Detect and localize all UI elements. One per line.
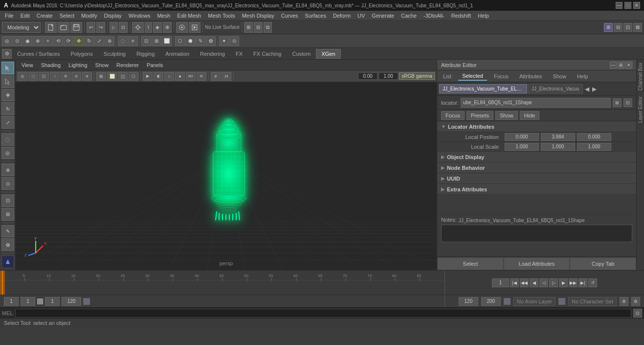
tb2-scale[interactable]: ⤢ — [94, 36, 104, 46]
camera-btn[interactable] — [1, 255, 14, 268]
tab-custom[interactable]: Custom — [287, 49, 316, 59]
minimize-button[interactable]: — — [616, 2, 622, 9]
frame-display-3[interactable] — [45, 297, 60, 306]
menu-uv[interactable]: UV — [355, 12, 368, 20]
current-frame-input[interactable] — [492, 278, 509, 287]
layout-presets[interactable]: ⊟ — [614, 23, 622, 32]
vp-cam1[interactable]: ⊙ — [18, 72, 27, 81]
vp-cam3[interactable]: ◫ — [39, 72, 49, 81]
frame-display-1[interactable] — [4, 297, 19, 306]
soft-mod-btn[interactable]: ◌ — [1, 133, 14, 146]
vp-shade2[interactable]: ◐ — [154, 72, 163, 81]
play-forward-btn[interactable]: ▷ — [549, 278, 558, 287]
timeline-track[interactable]: 5 10 15 20 25 30 35 40 45 50 5 — [0, 271, 444, 295]
tab-sculpting[interactable]: Sculpting — [98, 49, 131, 59]
node-tab-shape[interactable]: JJ_Electronics_Vacuu — [528, 84, 583, 93]
snap-grid[interactable] — [132, 22, 144, 33]
show-button[interactable]: Show — [495, 111, 518, 120]
cmd-history-btn[interactable]: ⊡ — [633, 309, 642, 318]
menu-edit[interactable]: Edit — [18, 12, 33, 20]
local-scale-z[interactable] — [577, 143, 611, 151]
module-tab-icon[interactable]: ⚙ — [2, 49, 12, 59]
frame-range-end[interactable] — [62, 297, 81, 306]
artisan-btn[interactable]: ✿ — [1, 238, 14, 251]
scale-btn[interactable]: ⤢ — [1, 116, 14, 129]
tab-polygons[interactable]: Polygons — [65, 49, 98, 59]
select-tool[interactable]: ▷ — [110, 22, 118, 33]
uuid-header[interactable]: ▶ UUID — [437, 173, 636, 184]
local-pos-y[interactable] — [541, 133, 575, 141]
show-hide-menu[interactable]: ⊞ — [244, 22, 253, 33]
tb2-soft[interactable]: ◌ — [118, 36, 128, 46]
isolate-btn[interactable]: ⊡ — [1, 194, 14, 207]
node-tab-main[interactable]: JJ_Electronics_Vacuum_Tube_EL84_6BQ5_ncl… — [439, 84, 527, 93]
tb2-light[interactable]: ✦ — [219, 36, 229, 46]
focus-button[interactable]: Focus — [441, 111, 465, 120]
snap-curve[interactable]: ⌇ — [145, 22, 152, 33]
node-tab-prev[interactable]: ◀ — [584, 86, 590, 92]
vp-hud[interactable]: H — [222, 72, 231, 81]
vp-motion[interactable]: M — [197, 72, 206, 81]
paint-select-btn[interactable] — [1, 75, 14, 88]
render-settings[interactable] — [176, 22, 188, 33]
tb2-rotate[interactable]: ↻ — [84, 36, 94, 46]
attr-tab-attributes[interactable]: Attributes — [515, 72, 546, 80]
move-btn[interactable]: ✥ — [1, 89, 14, 102]
tb2-btn5[interactable]: + — [43, 36, 53, 46]
viewport[interactable]: View Shading Lighting Show Renderer Pane… — [16, 60, 437, 270]
new-scene-button[interactable] — [45, 22, 57, 33]
attr-editor-minimize[interactable]: — — [610, 62, 617, 69]
attr-editor-close[interactable]: ✕ — [625, 62, 632, 69]
attr-tab-help[interactable]: Help — [573, 72, 592, 80]
viewport-3d[interactable]: persp X Y Z — [16, 82, 437, 270]
show-hide-btn[interactable]: ◎ — [1, 147, 14, 160]
snap-point[interactable]: ◈ — [153, 22, 162, 33]
menu-curves[interactable]: Curves — [278, 12, 301, 20]
tb2-subdiv[interactable]: ⬢ — [185, 36, 195, 46]
extra-attributes-header[interactable]: ▶ Extra Attributes — [437, 184, 636, 195]
vp-menu-renderer[interactable]: Renderer — [113, 61, 142, 69]
vp-wire-shade[interactable]: ◫ — [118, 72, 128, 81]
maximize-button[interactable]: □ — [624, 2, 631, 9]
tb2-sculpt[interactable]: ✿ — [206, 36, 216, 46]
anim-options1[interactable]: ⚙ — [620, 297, 628, 306]
vp-gamma-value[interactable]: 1.00 — [378, 72, 398, 80]
go-end-btn[interactable]: ▶| — [578, 278, 587, 287]
tb2-poly[interactable]: ⬡ — [175, 36, 185, 46]
hide-button[interactable]: Hide — [520, 111, 540, 120]
vp-ao[interactable]: AO — [186, 72, 196, 81]
node-behavior-header[interactable]: ▶ Node Behavior — [437, 162, 636, 173]
frame-all-btn[interactable]: ⊞ — [1, 208, 14, 221]
next-btn[interactable]: ▶ — [559, 278, 568, 287]
presets-button[interactable]: Presets — [466, 111, 493, 120]
local-scale-x[interactable] — [505, 143, 539, 151]
tb2-btn4[interactable]: ⊕ — [33, 36, 43, 46]
select-tool-btn[interactable] — [1, 62, 14, 74]
tb2-btn3[interactable]: ◉ — [22, 36, 32, 46]
snap-toggle[interactable]: ⊕ — [1, 163, 14, 176]
total-frames-input[interactable] — [481, 297, 501, 306]
frame-display-2[interactable] — [21, 297, 35, 306]
vp-menu-show[interactable]: Show — [92, 61, 112, 69]
tab-animation[interactable]: Animation — [160, 49, 195, 59]
local-pos-z[interactable] — [577, 133, 611, 141]
object-display-header[interactable]: ▶ Object Display — [437, 152, 636, 162]
menu-file[interactable]: File — [2, 12, 17, 20]
play-back-btn[interactable]: ◁ — [539, 278, 548, 287]
menu-modify[interactable]: Modify — [78, 12, 100, 20]
menu-generate[interactable]: Generate — [369, 12, 397, 20]
vp-cam4[interactable]: ↕ — [50, 72, 60, 81]
copy-tab-btn[interactable]: Copy Tab — [570, 257, 636, 270]
local-pos-x[interactable] — [505, 133, 539, 141]
notes-textarea[interactable] — [441, 225, 632, 242]
prev-frame-btn[interactable]: ◀◀ — [520, 278, 529, 287]
channel-box-label[interactable]: Channel Box — [637, 60, 644, 93]
layer-editor-label[interactable]: Layer Editor — [637, 93, 644, 126]
menu-redshift[interactable]: Redshift — [448, 12, 474, 20]
menu-select[interactable]: Select — [57, 12, 78, 20]
menu-cache[interactable]: Cache — [398, 12, 420, 20]
open-scene-button[interactable] — [58, 22, 69, 33]
attr-tab-show[interactable]: Show — [549, 72, 570, 80]
tab-xgen[interactable]: XGen — [316, 49, 340, 59]
tab-fx-caching[interactable]: FX Caching — [248, 49, 287, 59]
